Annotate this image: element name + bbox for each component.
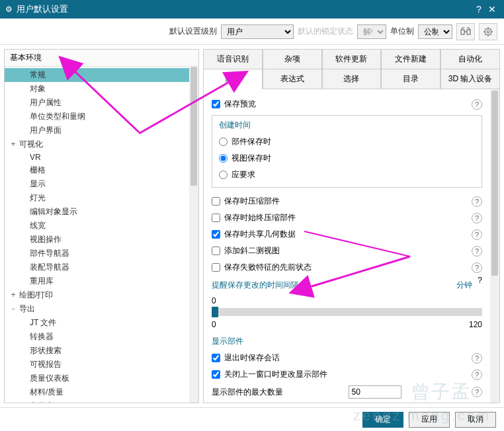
help-icon[interactable]: ? [472, 99, 482, 110]
max-parts-row: 显示部件的最大数量 ? [212, 383, 491, 401]
tree-item[interactable]: 编辑对象显示 [5, 205, 198, 219]
tree-item[interactable]: 用户属性 [5, 96, 198, 110]
save-preview-row: 保存预览 ? [212, 96, 491, 112]
tabs-row-1: 语音识别杂项软件更新文件新建自动化 [203, 49, 500, 69]
tab[interactable]: 杂项 [263, 49, 322, 69]
radio-part-save[interactable] [219, 137, 228, 146]
window-title: 用户默认设置 [17, 3, 472, 15]
tree-item[interactable]: 视图操作 [5, 233, 198, 247]
group-title: 创建时间 [219, 120, 475, 131]
footer: 确定 应用 取消 [0, 407, 504, 431]
help-icon[interactable]: ? [472, 262, 482, 273]
close-prev-checkbox[interactable] [212, 370, 220, 379]
save-preview-label: 保存预览 [224, 98, 256, 110]
tree-item[interactable]: +可视化 [5, 137, 198, 151]
tree-item[interactable]: 参数库 [5, 399, 198, 403]
tree-item[interactable]: 形状搜索 [5, 344, 198, 358]
tabs-row-2: 部件表达式选择目录3D 输入设备 [203, 69, 500, 89]
help-icon[interactable]: ? [472, 229, 482, 240]
tab-content: 保存预览 ? 创建时间 部件保存时 视图保存时 应要求 保存时压缩部件? 保存时… [203, 89, 500, 403]
tab[interactable]: 表达式 [263, 69, 322, 89]
tree-item[interactable]: 显示 [5, 177, 198, 191]
tree-item[interactable]: 对象 [5, 82, 198, 96]
cancel-button[interactable]: 取消 [455, 412, 496, 428]
tree-item[interactable]: 转换器 [5, 330, 198, 344]
always-compress-checkbox[interactable] [212, 214, 220, 222]
tree-item[interactable]: 可视报告 [5, 358, 198, 372]
slider-track[interactable] [212, 308, 482, 316]
svg-rect-1 [467, 30, 470, 34]
titlebar: ⚙ 用户默认设置 ? ✕ [0, 0, 504, 19]
radio-view-save[interactable] [219, 154, 228, 163]
tab[interactable]: 选择 [322, 69, 382, 89]
tab[interactable]: 部件 [203, 69, 263, 89]
tree-item[interactable]: 单位类型和量纲 [5, 110, 198, 124]
svg-rect-0 [461, 30, 464, 34]
svg-point-2 [485, 28, 491, 35]
slider-row: 0 0120 [212, 294, 491, 332]
slider-thumb[interactable] [212, 307, 218, 317]
tree-item[interactable]: 常规 [5, 68, 198, 82]
scrollbar-thumb[interactable] [190, 67, 197, 186]
help-button[interactable]: ? [472, 4, 485, 15]
close-button[interactable]: ✕ [485, 4, 499, 15]
tree-item[interactable]: -导出 [5, 302, 198, 316]
tree-item[interactable]: 质量仪表板 [5, 372, 198, 385]
tree-item[interactable]: 重用库 [5, 274, 198, 288]
save-fail-checkbox[interactable] [212, 263, 220, 272]
radio-on-demand[interactable] [219, 171, 228, 179]
help-icon[interactable]: ? [472, 246, 482, 256]
compress-checkbox[interactable] [212, 197, 220, 206]
unit-select[interactable]: 公制 [418, 24, 452, 39]
help-icon[interactable]: ? [478, 276, 482, 294]
tree-header: 基本环境 [5, 50, 198, 67]
display-parts-title: 显示部件 [212, 332, 491, 350]
remind-interval-header: 提醒保存更改的时间间隔 分钟 ? [212, 276, 491, 294]
gear-icon: ⚙ [5, 5, 13, 14]
lock-state-label: 默认的锁定状态 [298, 26, 353, 37]
help-icon[interactable]: ? [472, 196, 482, 207]
save-session-checkbox[interactable] [212, 354, 220, 362]
max-parts-input[interactable] [349, 385, 401, 399]
tab[interactable]: 语音识别 [203, 49, 263, 69]
tree-item[interactable]: 灯光 [5, 191, 198, 205]
main-area: 基本环境 常规对象用户属性单位类型和量纲用户界面+可视化VR栅格显示灯光编辑对象… [0, 45, 504, 407]
tree-item[interactable]: 线宽 [5, 219, 198, 233]
tab[interactable]: 3D 输入设备 [441, 69, 500, 89]
tree-item[interactable]: 用户界面 [5, 124, 198, 137]
slider-value: 0 [212, 296, 482, 305]
apply-button[interactable]: 应用 [409, 412, 450, 428]
create-time-group: 创建时间 部件保存时 视图保存时 应要求 [212, 115, 482, 188]
help-icon[interactable]: ? [472, 213, 482, 223]
tab[interactable]: 目录 [381, 69, 441, 89]
tree-scrollbar[interactable] [189, 65, 198, 403]
tree-item[interactable]: 栅格 [5, 163, 198, 177]
tab[interactable]: 软件更新 [322, 49, 382, 69]
tree-panel: 基本环境 常规对象用户属性单位类型和量纲用户界面+可视化VR栅格显示灯光编辑对象… [4, 49, 199, 403]
tree-item[interactable]: 部件导航器 [5, 247, 198, 260]
settings-icon[interactable] [479, 23, 497, 40]
tab[interactable]: 自动化 [441, 49, 500, 69]
tree-item[interactable]: VR [5, 151, 198, 163]
tree-item[interactable]: JT 文件 [5, 316, 198, 330]
add-iso-checkbox[interactable] [212, 247, 220, 255]
level-label: 默认设置级别 [169, 26, 217, 37]
help-icon[interactable]: ? [472, 387, 482, 397]
level-select[interactable]: 用户 [221, 24, 294, 39]
tab[interactable]: 文件新建 [381, 49, 441, 69]
unit-label: 单位制 [390, 26, 414, 37]
ok-button[interactable]: 确定 [362, 412, 403, 428]
help-icon[interactable]: ? [472, 353, 482, 364]
tree[interactable]: 常规对象用户属性单位类型和量纲用户界面+可视化VR栅格显示灯光编辑对象显示线宽视… [5, 67, 198, 403]
help-icon[interactable]: ? [472, 370, 482, 380]
tree-item[interactable]: 装配导航器 [5, 260, 198, 274]
tree-item[interactable]: +绘图/打印 [5, 288, 198, 302]
binoculars-icon[interactable] [456, 23, 475, 40]
scrollbar-thumb[interactable] [491, 91, 498, 276]
save-preview-checkbox[interactable] [212, 100, 220, 108]
svg-point-3 [487, 30, 489, 33]
lock-select[interactable]: 解锁 [357, 24, 386, 39]
tree-item[interactable]: 材料/质量 [5, 385, 198, 399]
share-geom-checkbox[interactable] [212, 230, 220, 239]
content-scrollbar[interactable] [490, 89, 499, 403]
